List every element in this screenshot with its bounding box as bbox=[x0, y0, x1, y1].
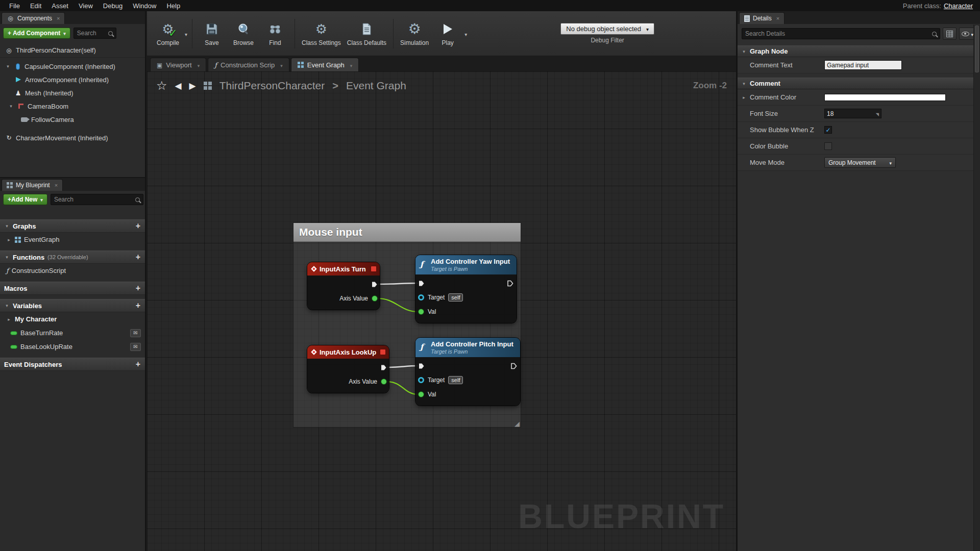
tab-event-graph[interactable]: Event Graph bbox=[291, 58, 359, 71]
tab-my-blueprint[interactable]: My Blueprint bbox=[2, 179, 63, 191]
save-button[interactable]: Save bbox=[196, 14, 228, 53]
menu-edit[interactable]: Edit bbox=[25, 2, 46, 10]
close-icon[interactable] bbox=[775, 15, 779, 22]
chevron-down-icon[interactable] bbox=[185, 29, 187, 38]
section-macros[interactable]: Macros bbox=[0, 282, 145, 295]
exec-output-pin[interactable] bbox=[507, 280, 513, 287]
component-item-arrow[interactable]: ArrowComponent (Inherited) bbox=[0, 73, 145, 86]
my-blueprint-search-input[interactable] bbox=[54, 196, 133, 203]
node-header[interactable]: Add Controller Pitch Input Target is Paw… bbox=[415, 338, 520, 357]
my-blueprint-search[interactable] bbox=[51, 194, 143, 205]
browse-button[interactable]: Browse bbox=[228, 14, 259, 53]
find-button[interactable]: Find bbox=[259, 14, 291, 53]
exec-input-pin[interactable] bbox=[418, 363, 425, 369]
target-pin[interactable] bbox=[418, 294, 424, 300]
class-settings-button[interactable]: Class Settings bbox=[299, 14, 344, 53]
expander-icon[interactable] bbox=[5, 64, 11, 69]
axis-value-pin[interactable] bbox=[372, 295, 378, 302]
details-search[interactable] bbox=[742, 28, 940, 39]
node-add-controller-pitch-input[interactable]: Add Controller Pitch Input Target is Paw… bbox=[415, 338, 520, 406]
add-component-button[interactable]: + Add Component bbox=[3, 28, 70, 39]
component-item-character-movement[interactable]: CharacterMovement (Inherited) bbox=[0, 131, 145, 144]
components-search[interactable] bbox=[74, 28, 116, 39]
bookmark-star-icon[interactable] bbox=[156, 79, 167, 93]
tab-construction-script[interactable]: Construction Scrip bbox=[208, 58, 289, 71]
add-new-button[interactable]: +Add New bbox=[3, 194, 47, 205]
section-functions[interactable]: Functions (32 Overridable) bbox=[0, 251, 145, 264]
comment-text-field[interactable] bbox=[824, 60, 902, 70]
menu-file[interactable]: File bbox=[4, 2, 25, 10]
tab-viewport[interactable]: Viewport bbox=[150, 58, 206, 71]
target-pin[interactable] bbox=[418, 377, 424, 383]
component-item-follow-camera[interactable]: FollowCamera bbox=[0, 113, 145, 126]
chevron-down-icon[interactable] bbox=[464, 29, 467, 38]
add-function-button[interactable] bbox=[136, 253, 140, 261]
back-icon[interactable] bbox=[175, 81, 182, 91]
node-header[interactable]: InputAxis LookUp bbox=[307, 345, 389, 359]
section-comment[interactable]: Comment bbox=[738, 78, 980, 89]
add-graph-button[interactable] bbox=[136, 222, 140, 230]
menu-help[interactable]: Help bbox=[161, 2, 185, 10]
exec-input-pin[interactable] bbox=[418, 280, 425, 287]
close-icon[interactable] bbox=[55, 15, 60, 22]
section-graph-node[interactable]: Graph Node bbox=[738, 45, 980, 57]
move-mode-dropdown[interactable]: Group Movement bbox=[824, 157, 896, 168]
expander-icon[interactable] bbox=[741, 95, 747, 100]
property-matrix-button[interactable] bbox=[943, 28, 957, 40]
color-bubble-checkbox[interactable] bbox=[824, 142, 832, 150]
section-event-dispatchers[interactable]: Event Dispatchers bbox=[0, 358, 145, 371]
node-header[interactable]: Add Controller Yaw Input Target is Pawn bbox=[415, 255, 517, 274]
menu-window[interactable]: Window bbox=[128, 2, 161, 10]
details-scrollbar[interactable] bbox=[973, 24, 980, 551]
axis-value-pin[interactable] bbox=[381, 379, 387, 385]
node-inputaxis-turn[interactable]: InputAxis Turn Axis Value bbox=[307, 262, 380, 310]
expander-icon[interactable] bbox=[741, 49, 747, 54]
add-event-dispatcher-button[interactable] bbox=[136, 360, 140, 368]
exec-output-pin[interactable] bbox=[380, 364, 387, 371]
tab-details[interactable]: Details bbox=[739, 12, 785, 24]
expander-icon[interactable] bbox=[4, 255, 10, 260]
section-variables[interactable]: Variables bbox=[0, 299, 145, 312]
compile-button[interactable]: Compile bbox=[152, 14, 184, 53]
forward-icon[interactable] bbox=[189, 81, 196, 91]
close-icon[interactable] bbox=[53, 182, 58, 189]
expander-icon[interactable] bbox=[4, 303, 10, 308]
envelope-icon[interactable] bbox=[130, 343, 141, 351]
parent-class-link[interactable]: Character bbox=[944, 2, 973, 10]
font-size-field[interactable]: 18 bbox=[824, 109, 881, 118]
expand-corner-icon[interactable] bbox=[876, 110, 879, 117]
val-pin[interactable] bbox=[418, 391, 424, 397]
simulation-button[interactable]: Simulation bbox=[397, 14, 432, 53]
menu-asset[interactable]: Asset bbox=[46, 2, 74, 10]
node-add-controller-yaw-input[interactable]: Add Controller Yaw Input Target is Pawn … bbox=[415, 255, 517, 323]
breadcrumb-current[interactable]: Event Graph bbox=[346, 80, 406, 92]
section-graphs[interactable]: Graphs bbox=[0, 219, 145, 233]
menu-debug[interactable]: Debug bbox=[98, 2, 128, 10]
val-pin[interactable] bbox=[418, 309, 424, 315]
class-defaults-button[interactable]: Class Defaults bbox=[344, 14, 389, 53]
comment-color-swatch[interactable] bbox=[824, 94, 946, 101]
show-bubble-checkbox[interactable] bbox=[824, 126, 832, 134]
component-item-capsule[interactable]: CapsuleComponent (Inherited) bbox=[0, 60, 145, 73]
details-search-input[interactable] bbox=[745, 30, 930, 37]
list-item-event-graph[interactable]: EventGraph bbox=[0, 233, 145, 246]
expander-icon[interactable] bbox=[6, 237, 12, 242]
exec-output-pin[interactable] bbox=[510, 363, 517, 369]
envelope-icon[interactable] bbox=[130, 329, 141, 337]
add-macro-button[interactable] bbox=[136, 284, 140, 292]
node-header[interactable]: InputAxis Turn bbox=[307, 262, 380, 276]
event-graph-canvas[interactable]: BLUEPRINT ThirdPersonCharacter Event Gra… bbox=[147, 71, 736, 551]
expander-icon[interactable] bbox=[4, 223, 10, 229]
exec-output-pin[interactable] bbox=[371, 281, 378, 288]
breadcrumb-root[interactable]: ThirdPersonCharacter bbox=[219, 80, 325, 92]
component-item-self[interactable]: ThirdPersonCharacter(self) bbox=[0, 43, 145, 58]
component-item-camera-boom[interactable]: CameraBoom bbox=[0, 99, 145, 113]
debug-object-dropdown[interactable]: No debug object selected bbox=[560, 23, 654, 35]
components-search-input[interactable] bbox=[77, 30, 106, 37]
list-item-construction-script[interactable]: ConstructionScript bbox=[0, 264, 145, 278]
expander-icon[interactable] bbox=[741, 81, 747, 86]
expander-icon[interactable] bbox=[6, 317, 12, 322]
add-variable-button[interactable] bbox=[136, 302, 140, 310]
variable-base-turn-rate[interactable]: BaseTurnRate bbox=[0, 326, 145, 340]
menu-view[interactable]: View bbox=[74, 2, 98, 10]
